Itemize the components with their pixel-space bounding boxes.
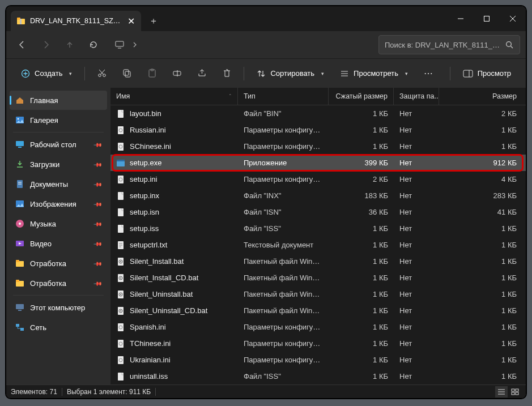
file-type: Файл "ISS" [238, 224, 329, 233]
sidebar-item-folder2[interactable]: Отработка📌 [10, 273, 107, 293]
more-button[interactable]: ⋯ [417, 63, 440, 84]
table-row[interactable]: Russian.iniПараметры конфигурац...1 КБНе… [110, 122, 526, 138]
svg-rect-31 [16, 141, 24, 146]
sidebar-item-network[interactable]: Сеть [10, 318, 107, 337]
file-protected: Нет [394, 191, 439, 200]
forward-button[interactable] [36, 35, 56, 54]
nav-bar: Поиск в: DRV_LAN_RTK_8111_SZ [6, 31, 526, 58]
file-name: Silent_Uninstall.bat [130, 290, 193, 298]
sort-button[interactable]: Сортировать▾ [250, 63, 331, 84]
file-compressed: 36 КБ [329, 208, 394, 216]
svg-rect-2 [20, 19, 22, 24]
table-row[interactable]: Spanish.iniПараметры конфигурац...1 КБНе… [110, 319, 526, 335]
file-protected: Нет [394, 208, 439, 216]
file-size: 1 КБ [439, 339, 526, 348]
search-box[interactable]: Поиск в: DRV_LAN_RTK_8111_SZ [378, 35, 520, 54]
table-row[interactable]: setup.issФайл "ISS"1 КБНет1 КБ [110, 220, 526, 237]
file-name: Silent_Install.bat [130, 257, 184, 266]
file-name: SChinese.ini [130, 142, 171, 151]
file-icon [116, 109, 125, 118]
col-name[interactable]: Имя˄ [110, 88, 238, 105]
home-icon [15, 96, 24, 105]
file-type: Приложение [238, 159, 329, 167]
file-type: Пакетный файл Windows [238, 257, 329, 266]
table-row[interactable]: setup.inxФайл "INX"183 КБНет283 КБ [110, 187, 526, 204]
file-name: TChinese.ini [130, 339, 171, 348]
up-button[interactable] [59, 35, 80, 54]
col-compressed[interactable]: Сжатый размер [329, 88, 394, 105]
sidebar-item-downloads[interactable]: Загрузки📌 [10, 155, 107, 174]
refresh-button[interactable] [83, 35, 104, 54]
sidebar-item-pictures[interactable]: Изображения📌 [10, 194, 107, 213]
file-protected: Нет [394, 159, 439, 167]
rename-button[interactable] [165, 63, 188, 84]
file-compressed: 1 КБ [329, 109, 394, 118]
sidebar-item-folder1[interactable]: Отработка📌 [10, 254, 107, 273]
view-button[interactable]: Просмотреть▾ [333, 63, 415, 84]
close-button[interactable] [500, 6, 526, 31]
table-row[interactable]: uninstall.issФайл "ISS"1 КБНет1 КБ [110, 368, 526, 384]
file-protected: Нет [394, 290, 439, 298]
file-name: setup.isn [130, 208, 159, 216]
table-row[interactable]: setupctrl.txtТекстовый документ1 КБНет1 … [110, 237, 526, 253]
sidebar-item-gallery[interactable]: Галерея [10, 110, 107, 130]
file-compressed: 183 КБ [329, 191, 394, 200]
tiles-view-button[interactable] [509, 386, 521, 398]
music-icon [15, 219, 24, 228]
table-row[interactable]: setup.iniПараметры конфигурац...2 КБНет4… [110, 171, 526, 187]
table-row[interactable]: Silent_Uninstall.batПакетный файл Window… [110, 286, 526, 302]
table-row[interactable]: layout.binФайл "BIN"1 КБНет2 КБ [110, 105, 526, 122]
sidebar-item-music[interactable]: Музыка📌 [10, 214, 107, 233]
tab-close-icon[interactable]: ✕ [126, 16, 135, 25]
cut-button[interactable] [91, 63, 113, 84]
paste-button[interactable] [141, 63, 163, 84]
table-row[interactable]: setup.isnФайл "ISN"36 КБНет41 КБ [110, 204, 526, 220]
table-row[interactable]: Ukrainian.iniПараметры конфигурац...1 КБ… [110, 352, 526, 368]
file-icon [116, 290, 125, 299]
sort-label: Сортировать [270, 69, 314, 78]
desktop-icon [15, 140, 24, 149]
back-button[interactable] [12, 35, 32, 54]
pin-icon: 📌 [93, 239, 103, 248]
file-type: Параметры конфигурац... [238, 142, 329, 151]
file-list: Имя˄ Тип Сжатый размер Защита па... Разм… [110, 88, 526, 384]
table-row[interactable]: Silent_Install.batПакетный файл Windows1… [110, 253, 526, 270]
delete-button[interactable] [215, 63, 238, 84]
new-tab-button[interactable]: ＋ [143, 11, 164, 31]
file-protected: Нет [394, 306, 439, 315]
table-row[interactable]: SChinese.iniПараметры конфигурац...1 КБН… [110, 138, 526, 155]
folder-icon [15, 259, 24, 268]
sidebar-item-videos[interactable]: Видео📌 [10, 234, 107, 253]
copy-button[interactable] [116, 63, 138, 84]
address-bar[interactable] [107, 35, 146, 54]
sidebar-item-documents[interactable]: Документы📌 [10, 174, 107, 194]
file-name: Spanish.ini [130, 323, 166, 331]
minimize-button[interactable] [448, 6, 474, 31]
preview-button[interactable]: Просмотр [456, 63, 518, 84]
chevron-right-icon[interactable] [132, 42, 138, 48]
preview-icon [463, 70, 473, 78]
status-count: Элементов: 71 [11, 388, 57, 396]
svg-point-76 [120, 310, 121, 311]
col-size[interactable]: Размер [439, 88, 526, 105]
share-button[interactable] [190, 63, 213, 84]
tab[interactable]: DRV_LAN_RTK_8111_SZ-TSD_W ✕ [11, 11, 141, 31]
file-type: Пакетный файл Windows [238, 273, 329, 282]
file-icon [116, 224, 125, 233]
maximize-button[interactable] [474, 6, 500, 31]
col-protected[interactable]: Защита па... [394, 88, 439, 105]
file-protected: Нет [394, 224, 439, 233]
file-compressed: 1 КБ [329, 126, 394, 134]
col-type[interactable]: Тип [238, 88, 329, 105]
sidebar-item-thispc[interactable]: Этот компьютер [10, 298, 107, 317]
svg-point-70 [120, 277, 121, 279]
table-row[interactable]: TChinese.iniПараметры конфигурац...1 КБН… [110, 335, 526, 352]
sidebar-item-desktop[interactable]: Рабочий стол📌 [10, 135, 107, 154]
new-button[interactable]: Создать ▾ [14, 63, 79, 84]
sidebar-item-home[interactable]: Главная [10, 91, 107, 110]
table-row[interactable]: setup.exeПриложение399 КБНет912 КБ [110, 155, 526, 171]
svg-point-39 [19, 223, 21, 225]
table-row[interactable]: Silent_Install_CD.batПакетный файл Windo… [110, 270, 526, 286]
details-view-button[interactable] [495, 386, 508, 398]
table-row[interactable]: Silent_Uninstall_CD.batПакетный файл Win… [110, 302, 526, 319]
